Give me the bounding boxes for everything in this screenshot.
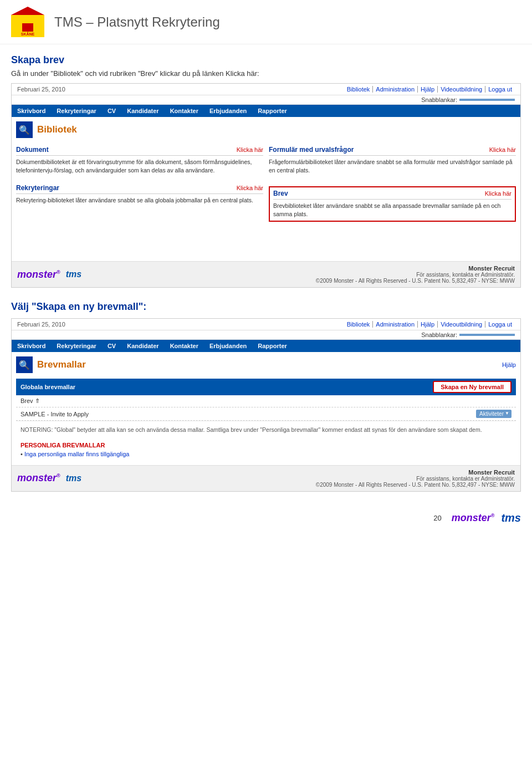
nav-kontakter-1[interactable]: Kontakter — [165, 105, 204, 117]
globala-heading: Globala brevmallar — [21, 384, 75, 390]
bottom-monster-logo: monster® — [452, 512, 495, 524]
top-link-logga-ut[interactable]: Logga ut — [485, 86, 515, 93]
nav-erbjudanden-1[interactable]: Erbjudanden — [204, 105, 252, 117]
snabblankar-button-2[interactable] — [459, 334, 515, 336]
footer-text-2: Monster Recruit För assistans, kontakta … — [316, 469, 515, 488]
screenshot2-box: Februari 25, 2010 Bibliotek Administrati… — [11, 318, 521, 492]
section1-heading: Skapa brev — [11, 54, 521, 66]
page-header: SKÅNE TMS – Platsnytt Rekrytering — [0, 0, 532, 44]
nav-erbjudanden-2[interactable]: Erbjudanden — [204, 340, 252, 352]
svg-rect-3 — [22, 23, 33, 32]
top-link-videoutbildning-2[interactable]: Videoutbildning — [438, 321, 485, 328]
brev-arrow-label: Brev ⇑ — [21, 397, 40, 405]
snabblankar-button-1[interactable] — [459, 99, 515, 101]
section2-heading: Välj "Skapa en ny brevmall": — [11, 301, 521, 313]
search-icon-box-2: 🔍 — [16, 356, 33, 373]
top-links-1: Bibliotek Administration Hjälp Videoutbi… — [344, 86, 515, 93]
sample-row: SAMPLE - Invite to Apply Aktiviteter — [16, 407, 516, 421]
brev-arrow-row: Brev ⇑ — [16, 395, 516, 407]
brev-title: Brev — [273, 190, 288, 197]
rekryteringar-card: Rekryteringar Klicka här Rekrytering-bib… — [16, 182, 263, 221]
svg-marker-1 — [11, 7, 44, 15]
skane-logo: SKÅNE — [11, 7, 44, 37]
formular-title: Formulär med urvalsfrågor — [269, 146, 354, 154]
nav-rekryteringar-2[interactable]: Rekryteringar — [51, 340, 102, 352]
nav-cv-2[interactable]: CV — [102, 340, 121, 352]
nav-kontakter-2[interactable]: Kontakter — [165, 340, 204, 352]
lib-title: Bibliotek — [37, 124, 77, 135]
screenshot1-box: Februari 25, 2010 Bibliotek Administrati… — [11, 83, 521, 288]
personliga-title: PERSONLIGA BREVMALLAR — [21, 442, 511, 448]
footer-assistant-1: För assistans, kontakta er Administratör… — [316, 272, 515, 278]
footer-copyright-2: ©2009 Monster - All Rights Reserved - U.… — [316, 482, 515, 488]
lib-grid: Dokument Klicka här Dokumentbibilioteket… — [16, 144, 516, 222]
content-area-1: 🔍 Bibliotek Dokument Klicka här Dokument… — [12, 117, 520, 261]
nav-kandidater-2[interactable]: Kandidater — [121, 340, 164, 352]
search-icon-box: 🔍 — [16, 121, 33, 138]
app-footer-1: monster® tms Monster Recruit För assista… — [12, 261, 520, 287]
tms-logo-1: tms — [66, 269, 81, 279]
monster-recruit-2: Monster Recruit — [316, 469, 515, 476]
aktiviteter-button[interactable]: Aktiviteter — [476, 410, 511, 418]
brevmallar-content: 🔍 Brevmallar Hjälp Globala brevmallar Sk… — [12, 352, 520, 465]
footer-text-1: Monster Recruit För assistans, kontakta … — [316, 265, 515, 284]
brev-header-section: 🔍 Brevmallar Hjälp — [16, 356, 516, 373]
monster-recruit-1: Monster Recruit — [316, 265, 515, 272]
snabblankar-bar-1: Snabblankar: — [12, 95, 520, 105]
nav-rapporter-1[interactable]: Rapporter — [252, 105, 293, 117]
brev-link[interactable]: Klicka här — [485, 190, 511, 197]
section1-desc: Gå in under "Bibliotek" och vid rubriken… — [11, 69, 521, 78]
brev-card: Brev Klicka här Brevbiblioteket låter an… — [269, 186, 516, 221]
formular-body: Frågeformulärbibilioteket låter användar… — [269, 158, 516, 174]
rekryteringar-body: Rekrytering-biblioteket låter användare … — [16, 196, 263, 205]
nav-kandidater-1[interactable]: Kandidater — [121, 105, 164, 117]
lib-header: 🔍 Bibliotek — [16, 121, 516, 138]
footer-logos-1: monster® tms — [17, 269, 81, 281]
rekryteringar-title: Rekryteringar — [16, 184, 59, 192]
skapa-ny-brevmall-button[interactable]: Skapa en Ny brevmall — [433, 381, 511, 393]
bottom-tms-logo: tms — [501, 512, 521, 524]
nav-rekryteringar-1[interactable]: Rekryteringar — [51, 105, 102, 117]
footer-assistant-2: För assistans, kontakta er Administratör… — [316, 476, 515, 482]
blue-nav-2: Skrivbord Rekryteringar CV Kandidater Ko… — [12, 340, 520, 352]
snabblankar-label-2: Snabblankar: — [421, 332, 457, 338]
top-link-administration-2[interactable]: Administration — [373, 321, 418, 328]
top-link-videoutbildning[interactable]: Videoutbildning — [438, 86, 485, 93]
blue-nav-1: Skrivbord Rekryteringar CV Kandidater Ko… — [12, 105, 520, 117]
rekryteringar-link[interactable]: Klicka här — [237, 185, 263, 191]
top-link-logga-ut-2[interactable]: Logga ut — [485, 321, 515, 328]
top-link-bibliotek[interactable]: Bibliotek — [344, 86, 374, 93]
dokument-card: Dokument Klicka här Dokumentbibilioteket… — [16, 144, 263, 176]
brevmallar-title: Brevmallar — [37, 359, 86, 370]
nav-skrivbord-2[interactable]: Skrivbord — [12, 340, 51, 352]
search-icon-2: 🔍 — [19, 360, 30, 370]
snabblankar-bar-2: Snabblankar: — [12, 330, 520, 340]
top-link-administration[interactable]: Administration — [373, 86, 418, 93]
page-number: 20 — [433, 514, 441, 522]
footer-copyright-1: ©2009 Monster - All Rights Reserved - U.… — [316, 278, 515, 284]
notering-text: NOTERING: "Global" betyder att alla kan … — [16, 421, 516, 439]
bottom-logos: 20 monster® tms — [0, 505, 532, 531]
top-link-bibliotek-2[interactable]: Bibliotek — [344, 321, 374, 328]
monster-logo-2: monster® — [17, 472, 60, 484]
top-link-hjalp-2[interactable]: Hjälp — [418, 321, 438, 328]
nav-cv-1[interactable]: CV — [102, 105, 121, 117]
nav-rapporter-2[interactable]: Rapporter — [252, 340, 293, 352]
monster-logo-1: monster® — [17, 269, 60, 281]
formular-card: Formulär med urvalsfrågor Klicka här Frå… — [269, 144, 516, 176]
date-2: Februari 25, 2010 — [17, 321, 65, 328]
snabblankar-label-1: Snabblankar: — [421, 96, 457, 103]
top-bar-2: Februari 25, 2010 Bibliotek Administrati… — [12, 319, 520, 330]
brev-body: Brevbiblioteket låter användare snabbt s… — [273, 202, 511, 218]
page-title: TMS – Platsnytt Rekrytering — [54, 14, 220, 29]
dokument-title: Dokument — [16, 146, 49, 154]
hjalp-link[interactable]: Hjälp — [502, 361, 516, 368]
svg-text:SKÅNE: SKÅNE — [21, 32, 35, 36]
formular-link[interactable]: Klicka här — [489, 146, 516, 153]
top-link-hjalp[interactable]: Hjälp — [418, 86, 438, 93]
tms-logo-2: tms — [66, 473, 81, 483]
dokument-link[interactable]: Klicka här — [237, 146, 263, 153]
nav-skrivbord-1[interactable]: Skrivbord — [12, 105, 51, 117]
date-1: Februari 25, 2010 — [17, 86, 65, 93]
sample-label: SAMPLE - Invite to Apply — [21, 411, 89, 417]
